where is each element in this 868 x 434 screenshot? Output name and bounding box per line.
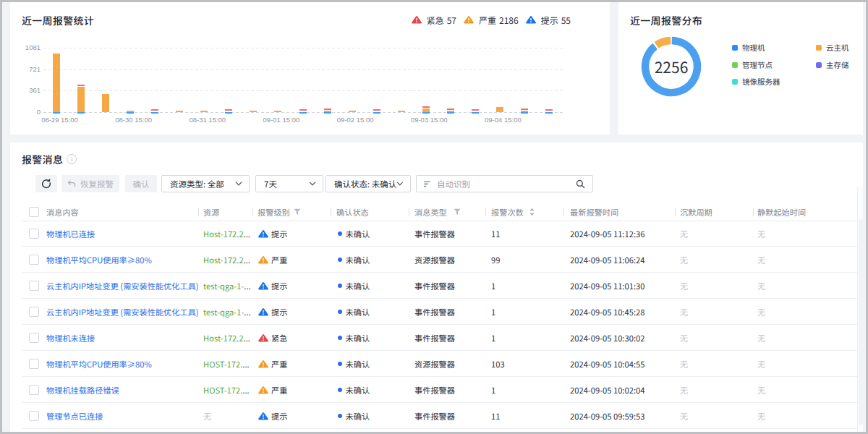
resource-link[interactable]: Host-172.2: [203, 221, 244, 247]
dist-legend-item-4[interactable]: 主存储: [816, 59, 849, 71]
gridline: [43, 48, 565, 48]
resource-link[interactable]: test-qga-1-: [203, 273, 244, 299]
resource-link[interactable]: HOST-172.: [203, 352, 242, 377]
resource-type-value: 资源类型: 全部: [170, 178, 224, 190]
row-checkbox[interactable]: [29, 229, 39, 239]
alert-triangle-icon: [258, 229, 268, 238]
severity-label: 提示: [271, 221, 287, 247]
row-checkbox[interactable]: [29, 333, 39, 343]
ack-state-label: 未确认: [346, 299, 370, 325]
cell-message-type: 事件报警器: [414, 273, 455, 299]
alarm-count-value: 1: [491, 326, 495, 351]
x-axis-tick-label: 09-03 15:00: [396, 116, 461, 124]
silence-period-value: 无: [680, 221, 688, 247]
cell-alarm-count: 11: [491, 221, 500, 247]
row-checkbox[interactable]: [29, 281, 39, 291]
resource-link[interactable]: Host-172.2: [203, 247, 244, 273]
cell-alarm-count: 99: [491, 247, 500, 273]
filter-funnel-icon[interactable]: [454, 208, 461, 216]
message-link[interactable]: 物理机平均CPU使用率≥80%: [46, 247, 152, 273]
cell-message: 物理机未连接: [46, 325, 95, 351]
resource-type-select[interactable]: 资源类型: 全部: [161, 175, 250, 192]
alarm-distribution-title: 近一周报警分布: [630, 13, 702, 27]
resource-link[interactable]: test-qga-1-: [203, 299, 244, 325]
table-scrollbar[interactable]: [857, 187, 863, 432]
column-header-count: 报警次数: [491, 203, 524, 221]
cell-silence-period: 无: [680, 325, 688, 351]
select-all-checkbox[interactable]: [29, 207, 39, 217]
message-link[interactable]: 物理机平均CPU使用率≥80%: [46, 352, 152, 377]
ack-state-select[interactable]: 确认状态: 未确认: [326, 175, 411, 192]
message-link[interactable]: 物理机挂载路径错误: [46, 378, 119, 403]
sort-icon[interactable]: [529, 208, 535, 216]
cell-alarm-count: 1: [491, 299, 495, 325]
dist-legend-item-1[interactable]: 物理机: [732, 42, 765, 54]
message-link[interactable]: 云主机内IP地址变更 (需安装性能优化工具): [46, 273, 199, 299]
cell-ack-state: 未确认: [338, 403, 370, 429]
cell-silence-period: 无: [680, 299, 688, 325]
dist-legend-item-5[interactable]: 镜像服务器: [732, 76, 780, 88]
alarm-count-value: 1: [491, 299, 495, 325]
silence-period-value: 无: [680, 352, 688, 377]
message-link[interactable]: 云主机内IP地址变更 (需安装性能优化工具): [46, 299, 199, 325]
filter-funnel-icon[interactable]: [294, 208, 301, 216]
ack-state-dot: [338, 414, 342, 418]
message-link[interactable]: 物理机未连接: [46, 326, 95, 351]
silence-start-value: 无: [757, 404, 765, 429]
cell-message-type: 资源报警器: [414, 351, 455, 377]
row-checkbox[interactable]: [29, 255, 39, 265]
message-link[interactable]: 物理机已连接: [46, 221, 95, 247]
x-axis-tick-label: 09-02 15:00: [323, 116, 388, 124]
table-scrollbar-thumb[interactable]: [859, 219, 863, 425]
row-checkbox[interactable]: [29, 307, 39, 317]
bar-urgent-segment: [324, 109, 331, 111]
bar-info-segment: [151, 112, 158, 114]
panel-alarm-statistics: 近一周报警统计 紧急57严重2186提示55 0361721108108-29 …: [10, 2, 610, 135]
cell-alarm-count: 11: [491, 403, 500, 429]
restore-alarm-button[interactable]: 恢复报警: [61, 175, 119, 192]
bar-severe-segment: [349, 111, 356, 112]
cell-latest-time: 2024-09-05 09:59:53: [570, 403, 644, 429]
dist-legend-item-3[interactable]: 管理节点: [732, 59, 773, 71]
dist-legend-item-2[interactable]: 云主机: [816, 42, 849, 54]
chevron-down-icon: [396, 182, 404, 186]
silence-start-value: 无: [757, 247, 765, 273]
table-row: 云主机内IP地址变更 (需安装性能优化工具)test-qga-1-...提示未确…: [22, 273, 857, 299]
ack-state-dot: [338, 362, 342, 366]
resource-link[interactable]: HOST-172.: [203, 378, 242, 403]
cell-severity: 严重: [258, 351, 287, 377]
alarm-count-value: 11: [491, 221, 500, 247]
resource-link[interactable]: Host-172.2: [203, 326, 244, 351]
period-select[interactable]: 7天: [255, 175, 323, 192]
latest-alarm-time: 2024-09-05 10:30:02: [570, 326, 644, 351]
alarm-statistics-bar-chart: 0361721108108-29 15:0008-30 15:0008-31 1…: [10, 2, 610, 135]
table-row: 物理机已连接Host-172.2...提示未确认事件报警器112024-09-0…: [22, 221, 857, 247]
column-separator: [563, 208, 564, 216]
cell-message: 物理机挂载路径错误: [46, 377, 119, 403]
row-checkbox[interactable]: [29, 359, 39, 369]
search-input[interactable]: 自动识别: [416, 175, 593, 192]
ack-state-label: 未确认: [346, 273, 370, 299]
cell-ack-state: 未确认: [338, 273, 370, 299]
truncation-ellipsis: ...: [242, 352, 249, 377]
latest-alarm-time: 2024-09-05 09:59:53: [570, 404, 644, 429]
message-type-label: 事件报警器: [414, 378, 455, 403]
row-checkbox[interactable]: [29, 385, 39, 395]
truncation-ellipsis: ...: [244, 299, 250, 325]
y-axis-tick-label: 361: [12, 86, 41, 95]
info-circle-icon[interactable]: [67, 154, 77, 164]
cell-severity: 提示: [258, 299, 287, 325]
silence-period-value: 无: [680, 404, 688, 429]
refresh-button[interactable]: [35, 175, 57, 192]
cell-silence-period: 无: [680, 377, 688, 403]
message-link[interactable]: 管理节点已连接: [46, 404, 103, 429]
y-axis-tick-label: 721: [12, 65, 41, 74]
latest-alarm-time: 2024-09-05 11:12:36: [570, 221, 644, 247]
ack-state-dot: [338, 388, 342, 392]
alarm-count-value: 11: [491, 404, 500, 429]
row-checkbox[interactable]: [29, 411, 39, 421]
latest-alarm-time: 2024-09-05 10:04:55: [570, 352, 644, 377]
message-type-label: 资源报警器: [414, 352, 455, 377]
bar-urgent-segment: [151, 109, 158, 111]
acknowledge-button[interactable]: 确认: [125, 175, 157, 192]
